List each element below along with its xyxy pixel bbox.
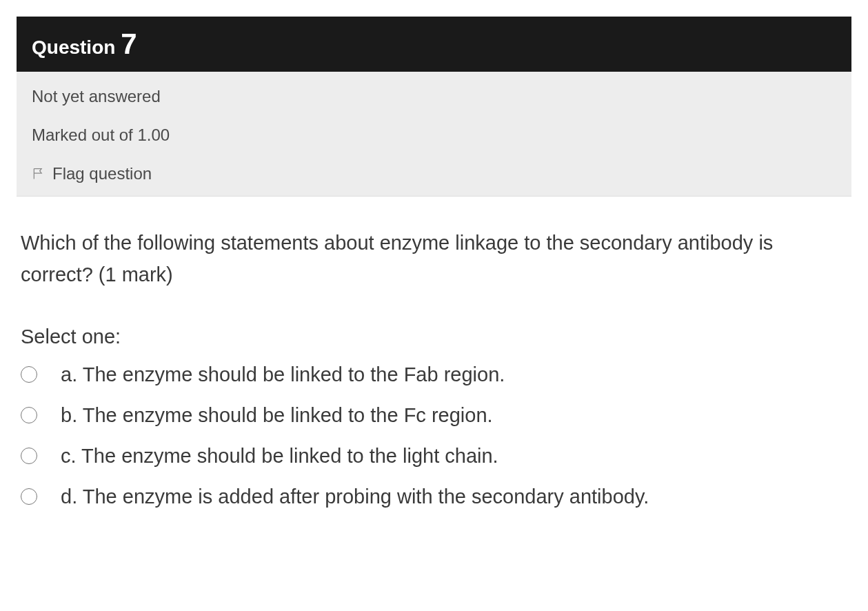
status-text: Not yet answered [32,87,836,106]
question-container: Question 7 Not yet answered Marked out o… [0,0,868,525]
flag-label: Flag question [52,164,152,183]
question-header: Question 7 [17,17,851,72]
option-c[interactable]: c. The enzyme should be linked to the li… [21,445,847,468]
question-body: Which of the following statements about … [17,197,851,508]
select-prompt: Select one: [21,325,847,348]
option-d[interactable]: d. The enzyme is added after probing wit… [21,485,847,508]
question-label: Question [32,37,115,59]
question-number: 7 [121,28,137,61]
flag-icon [32,167,46,181]
marks-text: Marked out of 1.00 [32,126,836,145]
radio-b[interactable] [21,407,37,423]
option-text: c. The enzyme should be linked to the li… [61,445,498,468]
option-b[interactable]: b. The enzyme should be linked to the Fc… [21,404,847,427]
option-text: a. The enzyme should be linked to the Fa… [61,363,505,386]
question-text: Which of the following statements about … [21,227,847,291]
option-text: d. The enzyme is added after probing wit… [61,485,649,508]
option-a[interactable]: a. The enzyme should be linked to the Fa… [21,363,847,386]
radio-c[interactable] [21,448,37,464]
question-meta: Not yet answered Marked out of 1.00 Flag… [17,72,851,197]
radio-a[interactable] [21,366,37,383]
radio-d[interactable] [21,488,37,505]
option-text: b. The enzyme should be linked to the Fc… [61,404,493,427]
options-list: a. The enzyme should be linked to the Fa… [21,363,847,508]
flag-question-link[interactable]: Flag question [32,164,836,183]
